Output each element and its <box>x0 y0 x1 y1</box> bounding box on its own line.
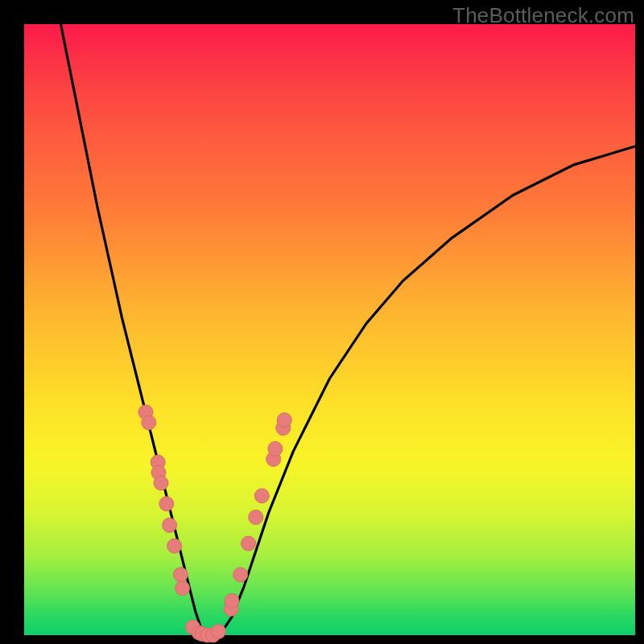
watermark-text: TheBottleneck.com <box>452 3 634 28</box>
marker-dot <box>225 594 239 609</box>
curve-layer <box>24 24 635 635</box>
marker-dot <box>173 568 188 582</box>
marker-dot <box>249 510 263 525</box>
marker-dot <box>175 581 190 596</box>
marker-dot <box>154 476 168 490</box>
marker-dot <box>242 536 256 551</box>
marker-group <box>138 405 291 642</box>
marker-dot <box>233 568 248 582</box>
bottleneck-curve <box>61 24 636 635</box>
marker-dot <box>163 518 177 532</box>
marker-dot <box>159 497 174 511</box>
marker-dot <box>268 442 283 456</box>
marker-dot <box>142 415 156 430</box>
marker-dot <box>277 413 291 427</box>
marker-dot <box>254 489 269 503</box>
marker-dot <box>211 624 225 638</box>
chart-frame: TheBottleneck.com <box>0 0 644 644</box>
marker-dot <box>167 539 182 553</box>
